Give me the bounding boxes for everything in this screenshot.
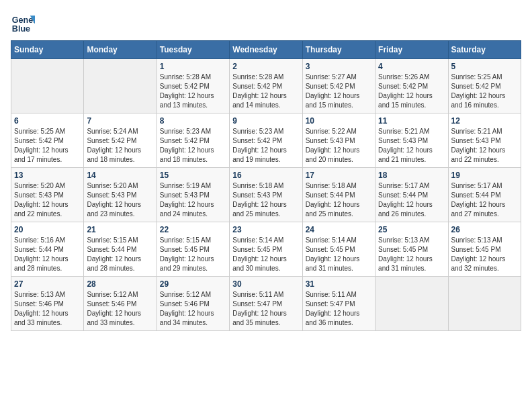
- calendar-cell: 29Sunrise: 5:12 AM Sunset: 5:46 PM Dayli…: [157, 277, 229, 331]
- calendar-cell: 5Sunrise: 5:25 AM Sunset: 5:42 PM Daylig…: [448, 59, 521, 113]
- day-info: Sunrise: 5:13 AM Sunset: 5:45 PM Dayligh…: [378, 236, 445, 273]
- calendar-cell: 25Sunrise: 5:13 AM Sunset: 5:45 PM Dayli…: [375, 222, 448, 277]
- day-number: 12: [451, 116, 518, 126]
- day-number: 21: [87, 225, 153, 234]
- day-number: 22: [160, 225, 226, 234]
- calendar-cell: 17Sunrise: 5:18 AM Sunset: 5:44 PM Dayli…: [302, 168, 375, 222]
- day-info: Sunrise: 5:28 AM Sunset: 5:42 PM Dayligh…: [232, 73, 299, 110]
- calendar-cell: 20Sunrise: 5:16 AM Sunset: 5:44 PM Dayli…: [11, 222, 84, 277]
- logo-icon: General Blue: [11, 11, 35, 35]
- day-info: Sunrise: 5:19 AM Sunset: 5:43 PM Dayligh…: [160, 181, 226, 219]
- day-info: Sunrise: 5:23 AM Sunset: 5:42 PM Dayligh…: [160, 127, 226, 165]
- calendar-cell: 7Sunrise: 5:24 AM Sunset: 5:42 PM Daylig…: [84, 113, 157, 168]
- calendar-row: 1Sunrise: 5:28 AM Sunset: 5:42 PM Daylig…: [11, 59, 521, 113]
- day-number: 18: [378, 171, 445, 180]
- day-info: Sunrise: 5:28 AM Sunset: 5:42 PM Dayligh…: [160, 73, 226, 110]
- day-info: Sunrise: 5:22 AM Sunset: 5:43 PM Dayligh…: [306, 127, 372, 165]
- day-info: Sunrise: 5:25 AM Sunset: 5:42 PM Dayligh…: [451, 73, 518, 110]
- day-number: 2: [232, 62, 299, 71]
- day-info: Sunrise: 5:18 AM Sunset: 5:44 PM Dayligh…: [306, 181, 372, 219]
- calendar-cell: 27Sunrise: 5:13 AM Sunset: 5:46 PM Dayli…: [11, 277, 84, 331]
- logo: General Blue: [11, 11, 38, 35]
- day-info: Sunrise: 5:26 AM Sunset: 5:42 PM Dayligh…: [378, 73, 445, 110]
- day-number: 25: [378, 225, 445, 234]
- day-number: 7: [87, 116, 153, 126]
- calendar-cell: 4Sunrise: 5:26 AM Sunset: 5:42 PM Daylig…: [375, 59, 448, 113]
- day-number: 17: [306, 171, 372, 180]
- calendar-cell: 15Sunrise: 5:19 AM Sunset: 5:43 PM Dayli…: [157, 168, 229, 222]
- day-info: Sunrise: 5:17 AM Sunset: 5:44 PM Dayligh…: [451, 181, 518, 219]
- day-number: 19: [451, 171, 518, 180]
- weekday-header-cell: Tuesday: [157, 41, 229, 59]
- page-header: General Blue: [11, 11, 521, 35]
- calendar-cell: [11, 59, 84, 113]
- day-number: 31: [306, 279, 372, 289]
- day-info: Sunrise: 5:27 AM Sunset: 5:42 PM Dayligh…: [306, 73, 372, 110]
- calendar-row: 27Sunrise: 5:13 AM Sunset: 5:46 PM Dayli…: [11, 277, 521, 331]
- calendar-cell: 12Sunrise: 5:21 AM Sunset: 5:43 PM Dayli…: [448, 113, 521, 168]
- calendar-cell: 1Sunrise: 5:28 AM Sunset: 5:42 PM Daylig…: [157, 59, 229, 113]
- day-number: 1: [160, 62, 226, 71]
- calendar-cell: 11Sunrise: 5:21 AM Sunset: 5:43 PM Dayli…: [375, 113, 448, 168]
- day-info: Sunrise: 5:13 AM Sunset: 5:46 PM Dayligh…: [14, 290, 81, 328]
- calendar-cell: 21Sunrise: 5:15 AM Sunset: 5:44 PM Dayli…: [84, 222, 157, 277]
- day-number: 6: [14, 116, 81, 126]
- day-info: Sunrise: 5:21 AM Sunset: 5:43 PM Dayligh…: [378, 127, 445, 165]
- day-number: 24: [306, 225, 372, 234]
- day-info: Sunrise: 5:23 AM Sunset: 5:42 PM Dayligh…: [232, 127, 299, 165]
- day-info: Sunrise: 5:11 AM Sunset: 5:47 PM Dayligh…: [306, 290, 372, 328]
- calendar-row: 13Sunrise: 5:20 AM Sunset: 5:43 PM Dayli…: [11, 168, 521, 222]
- calendar-cell: 18Sunrise: 5:17 AM Sunset: 5:44 PM Dayli…: [375, 168, 448, 222]
- weekday-header-row: SundayMondayTuesdayWednesdayThursdayFrid…: [11, 41, 521, 59]
- calendar-cell: 3Sunrise: 5:27 AM Sunset: 5:42 PM Daylig…: [302, 59, 375, 113]
- day-info: Sunrise: 5:24 AM Sunset: 5:42 PM Dayligh…: [87, 127, 153, 165]
- day-info: Sunrise: 5:15 AM Sunset: 5:45 PM Dayligh…: [160, 236, 226, 273]
- day-number: 4: [378, 62, 445, 71]
- calendar-cell: 9Sunrise: 5:23 AM Sunset: 5:42 PM Daylig…: [230, 113, 302, 168]
- calendar-cell: 13Sunrise: 5:20 AM Sunset: 5:43 PM Dayli…: [11, 168, 84, 222]
- day-number: 5: [451, 62, 518, 71]
- day-info: Sunrise: 5:15 AM Sunset: 5:44 PM Dayligh…: [87, 236, 153, 273]
- day-number: 29: [160, 279, 226, 289]
- calendar-cell: [84, 59, 157, 113]
- calendar-row: 20Sunrise: 5:16 AM Sunset: 5:44 PM Dayli…: [11, 222, 521, 277]
- weekday-header-cell: Sunday: [11, 41, 84, 59]
- day-info: Sunrise: 5:12 AM Sunset: 5:46 PM Dayligh…: [87, 290, 153, 328]
- day-number: 27: [14, 279, 81, 289]
- day-info: Sunrise: 5:20 AM Sunset: 5:43 PM Dayligh…: [87, 181, 153, 219]
- day-number: 30: [232, 279, 299, 289]
- calendar-cell: 23Sunrise: 5:14 AM Sunset: 5:45 PM Dayli…: [230, 222, 302, 277]
- weekday-header-cell: Friday: [375, 41, 448, 59]
- calendar-cell: 2Sunrise: 5:28 AM Sunset: 5:42 PM Daylig…: [230, 59, 302, 113]
- calendar-cell: 6Sunrise: 5:25 AM Sunset: 5:42 PM Daylig…: [11, 113, 84, 168]
- calendar-table: SundayMondayTuesdayWednesdayThursdayFrid…: [11, 40, 521, 331]
- day-number: 26: [451, 225, 518, 234]
- day-info: Sunrise: 5:20 AM Sunset: 5:43 PM Dayligh…: [14, 181, 81, 219]
- day-info: Sunrise: 5:25 AM Sunset: 5:42 PM Dayligh…: [14, 127, 81, 165]
- calendar-cell: [375, 277, 448, 331]
- day-info: Sunrise: 5:14 AM Sunset: 5:45 PM Dayligh…: [306, 236, 372, 273]
- day-number: 3: [306, 62, 372, 71]
- calendar-cell: 31Sunrise: 5:11 AM Sunset: 5:47 PM Dayli…: [302, 277, 375, 331]
- calendar-cell: 19Sunrise: 5:17 AM Sunset: 5:44 PM Dayli…: [448, 168, 521, 222]
- calendar-cell: 26Sunrise: 5:13 AM Sunset: 5:45 PM Dayli…: [448, 222, 521, 277]
- day-number: 8: [160, 116, 226, 126]
- weekday-header-cell: Thursday: [302, 41, 375, 59]
- day-number: 13: [14, 171, 81, 180]
- day-info: Sunrise: 5:12 AM Sunset: 5:46 PM Dayligh…: [160, 290, 226, 328]
- day-info: Sunrise: 5:13 AM Sunset: 5:45 PM Dayligh…: [451, 236, 518, 273]
- calendar-cell: [448, 277, 521, 331]
- day-number: 15: [160, 171, 226, 180]
- weekday-header-cell: Wednesday: [230, 41, 302, 59]
- calendar-cell: 8Sunrise: 5:23 AM Sunset: 5:42 PM Daylig…: [157, 113, 229, 168]
- day-info: Sunrise: 5:14 AM Sunset: 5:45 PM Dayligh…: [232, 236, 299, 273]
- day-info: Sunrise: 5:11 AM Sunset: 5:47 PM Dayligh…: [232, 290, 299, 328]
- day-number: 14: [87, 171, 153, 180]
- day-number: 28: [87, 279, 153, 289]
- calendar-cell: 22Sunrise: 5:15 AM Sunset: 5:45 PM Dayli…: [157, 222, 229, 277]
- day-number: 16: [232, 171, 299, 180]
- calendar-cell: 10Sunrise: 5:22 AM Sunset: 5:43 PM Dayli…: [302, 113, 375, 168]
- day-number: 11: [378, 116, 445, 126]
- weekday-header-cell: Monday: [84, 41, 157, 59]
- day-number: 10: [306, 116, 372, 126]
